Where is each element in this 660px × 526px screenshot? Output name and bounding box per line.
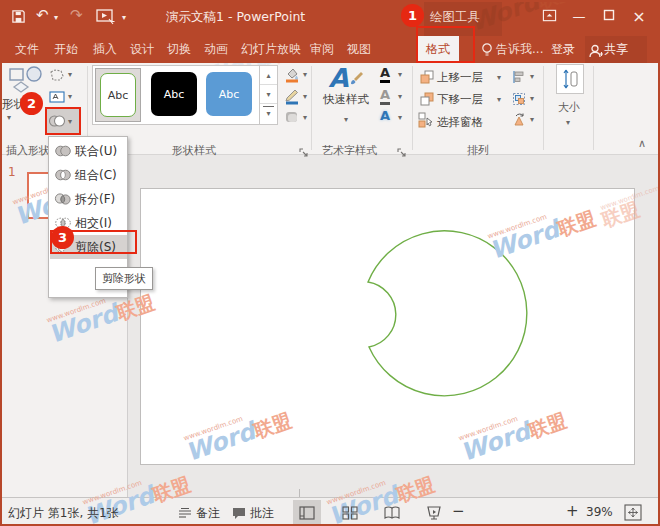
text-box-icon[interactable] [49,89,65,108]
slide-thumbnail-number: 1 [8,165,16,179]
qat-customize-caret[interactable] [122,13,126,22]
bring-forward-caret[interactable] [497,73,501,82]
close-button[interactable]: × [630,8,648,26]
notes-icon [178,507,192,522]
sign-in-link[interactable]: 登录 [551,36,575,63]
zoom-in-button[interactable]: + [566,502,579,520]
rotate-caret[interactable] [530,115,534,124]
shape-styles-dialog-launcher[interactable] [299,143,309,153]
share-button[interactable]: 共享 [604,36,628,63]
size-icon [561,68,579,90]
style-swatch-outline-green[interactable]: Abc [100,73,136,117]
step-2-highlight-box [45,107,81,135]
gallery-down-arrow[interactable]: ▾ [260,85,277,104]
minimize-button[interactable]: — [570,8,588,26]
wordart-group-label: 艺术字样式 [322,143,377,158]
menu-item-union[interactable]: 联合(U) [50,139,127,163]
arrange-group-label: 排列 [467,143,489,158]
selection-pane-button[interactable]: 选择窗格 [437,115,483,130]
tab-animations[interactable]: 动画 [204,36,228,63]
edit-shape-caret[interactable] [68,70,72,79]
zoom-out-button[interactable]: − [452,502,465,520]
text-effects-caret[interactable] [398,113,402,122]
text-fill-icon[interactable]: A [380,66,390,83]
size-caret[interactable] [566,118,570,127]
zoom-percentage[interactable]: 39% [586,505,613,519]
tell-me-box[interactable]: 告诉我... [496,36,543,63]
shape-effects-icon[interactable] [284,109,300,129]
union-icon [54,143,72,159]
shape-fill-caret[interactable] [303,70,307,79]
slide-sorter-view-button[interactable] [336,500,364,525]
shape-effects-caret[interactable] [303,113,307,122]
quick-styles-button[interactable]: A 快速样式 [316,65,376,131]
menu-item-fragment[interactable]: 拆分(F) [50,187,127,211]
bring-forward-icon [420,69,434,88]
start-slideshow-icon[interactable] [96,8,116,30]
step-3-badge: 3 [51,226,74,249]
style-selected-frame[interactable]: Abc [95,68,141,122]
menu-item-combine[interactable]: 组合(C) [50,163,127,187]
redo-button[interactable]: ↷ [70,6,83,24]
step-1-badge: 1 [401,4,424,27]
slideshow-view-button[interactable] [420,500,448,525]
comments-toggle[interactable]: 批注 [250,505,274,522]
send-backward-button[interactable]: 下移一层 [437,92,483,107]
slide-surface[interactable] [140,188,635,465]
tab-review[interactable]: 审阅 [310,36,334,63]
tab-transitions[interactable]: 切换 [167,36,191,63]
shape-fill-icon[interactable] [284,66,300,87]
tab-design[interactable]: 设计 [130,36,154,63]
group-objects-caret[interactable] [530,94,534,103]
maximize-button[interactable] [600,8,618,26]
text-fill-caret[interactable] [398,70,402,79]
tab-file[interactable]: 文件 [15,36,39,63]
rotate-icon[interactable] [512,112,526,131]
quick-styles-caret[interactable] [344,115,348,124]
subtract-tooltip: 剪除形状 [95,267,153,290]
menu-item-label: 联合(U) [75,143,117,160]
bring-forward-button[interactable]: 上移一层 [437,70,483,85]
collapse-ribbon-button[interactable]: ∧ [638,137,646,150]
shape-outline-icon[interactable] [284,88,300,109]
edit-shape-icon[interactable] [49,67,65,86]
step-2-badge: 2 [20,92,43,115]
undo-button[interactable]: ↶ [36,6,49,24]
text-outline-icon[interactable]: A [380,88,390,105]
fit-to-window-button[interactable] [624,504,642,524]
save-icon[interactable] [11,9,26,28]
reading-view-button[interactable] [378,500,406,525]
tab-view[interactable]: 视图 [347,36,371,63]
align-caret[interactable] [530,72,534,81]
send-backward-caret[interactable] [497,95,501,104]
tab-home[interactable]: 开始 [54,36,78,63]
align-icon[interactable] [512,69,526,88]
group-separator [412,66,413,150]
shapes-caret[interactable] [7,113,11,122]
undo-dropdown-caret[interactable] [54,13,58,22]
gallery-more-button[interactable]: ▾ [263,106,274,124]
combine-icon [54,167,72,183]
gallery-up-arrow[interactable]: ▴ [260,66,277,85]
notes-toggle[interactable]: 备注 [196,505,220,522]
gallery-scrollbar: ▴ ▾ ▾ [259,66,277,124]
shape-outline-caret[interactable] [303,92,307,101]
subtracted-circle-shape[interactable] [141,189,636,466]
quick-styles-label: 快速样式 [316,92,376,107]
text-box-caret[interactable] [68,92,72,101]
wordart-dialog-launcher[interactable] [397,143,407,153]
style-swatch-blue[interactable]: Abc [206,72,252,116]
quick-styles-big-a: A [328,63,348,93]
tell-me-bulb-icon [481,41,493,57]
ribbon-display-options-icon[interactable] [540,8,558,26]
group-objects-icon[interactable] [512,91,526,110]
tab-slideshow[interactable]: 幻灯片放映 [241,36,301,63]
text-outline-caret[interactable] [398,92,402,101]
tab-insert[interactable]: 插入 [93,36,117,63]
fragment-icon [54,191,72,207]
normal-view-button[interactable] [293,500,321,525]
powerpoint-window: Word联盟 ↶ ↷ 演示文稿1 - PowerPoint 绘图工具 — × 文… [0,0,660,526]
text-effects-icon[interactable]: A [380,109,390,123]
style-swatch-black[interactable]: Abc [151,72,197,116]
size-button[interactable] [556,64,584,94]
